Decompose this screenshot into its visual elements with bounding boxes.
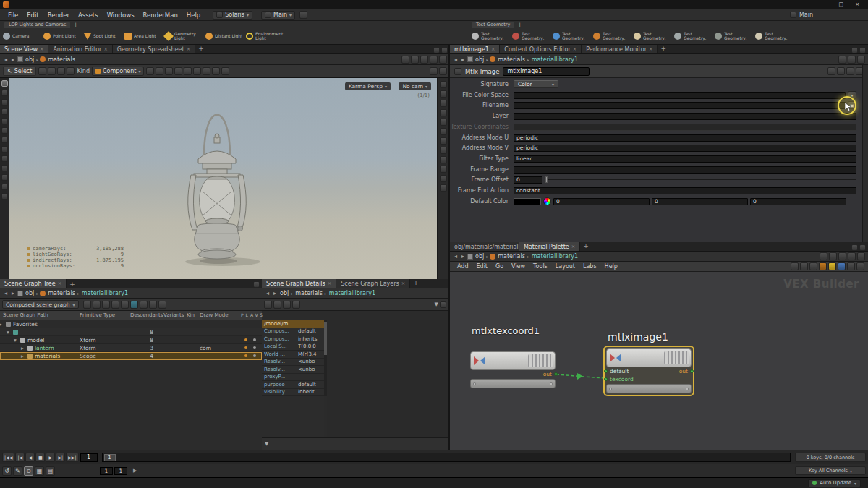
- tab-geometry-spreadsheet[interactable]: Geometry Spreadsheet×: [113, 45, 195, 53]
- flag-dot[interactable]: [244, 346, 247, 349]
- flag-dot[interactable]: [253, 354, 256, 357]
- shelf-tool-spot-light[interactable]: Spot Light: [84, 33, 123, 40]
- viewport-display-icon[interactable]: [440, 156, 447, 163]
- param-field[interactable]: [514, 113, 856, 120]
- select-tool-button[interactable]: ↖ Select: [3, 67, 36, 76]
- output-port[interactable]: [554, 372, 558, 376]
- filter-funnel-icon[interactable]: ▼: [435, 301, 438, 307]
- breadcrumb-materiallibrary1[interactable]: materiallibrary1: [328, 290, 376, 296]
- close-icon[interactable]: ×: [571, 244, 575, 249]
- toolbar-icon[interactable]: [203, 67, 210, 75]
- detail-row-purpose[interactable]: purposedefault: [262, 381, 324, 389]
- keys-info-button[interactable]: 0 keys, 0/0 channels: [795, 453, 866, 462]
- menu-assets[interactable]: Assets: [75, 11, 102, 20]
- detail-row-resolv[interactable]: Resolv...<unbo: [262, 366, 324, 374]
- breadcrumb-materials[interactable]: materials: [294, 290, 323, 296]
- toolbar-icon[interactable]: [146, 67, 154, 75]
- pathbar-icon[interactable]: [411, 56, 419, 64]
- transport-button-6[interactable]: ▶▶|: [66, 453, 78, 462]
- nav-back-icon[interactable]: ◂: [3, 56, 9, 63]
- flag-dot[interactable]: [244, 338, 247, 341]
- toolbar-settings-icon[interactable]: [430, 67, 438, 75]
- breadcrumb-materials[interactable]: materials: [47, 56, 76, 63]
- network-menu-go[interactable]: Go: [492, 263, 507, 270]
- close-icon[interactable]: ×: [58, 281, 61, 286]
- network-toolbar-icon[interactable]: [819, 262, 827, 270]
- shelf-tool-test-geometry-s[interactable]: Test Geometry: S...: [674, 32, 713, 41]
- viewport-display-icon[interactable]: [440, 109, 447, 116]
- tab-scene-graph-details[interactable]: Scene Graph Details×: [262, 279, 336, 288]
- network-toolbar-icon[interactable]: [800, 262, 808, 270]
- toolbar-icon[interactable]: [48, 67, 56, 75]
- breadcrumb-materials[interactable]: materials: [497, 56, 526, 63]
- viewport-tool-icon[interactable]: [1, 174, 8, 181]
- viewport-display-icon[interactable]: [440, 184, 447, 192]
- detail-row-world[interactable]: World ...M(r(3,4: [262, 351, 324, 359]
- tree-toolbar-icon[interactable]: [102, 301, 110, 309]
- viewport-display-icon[interactable]: [440, 147, 447, 154]
- param-field[interactable]: [514, 92, 846, 99]
- shelf-tool-distant-light[interactable]: Distant Light: [205, 33, 244, 40]
- close-icon[interactable]: ×: [649, 46, 652, 52]
- slider-handle[interactable]: [545, 176, 548, 183]
- viewport-display-icon[interactable]: [440, 128, 447, 135]
- tab-content-options-editor[interactable]: Content Options Editor×: [500, 45, 582, 53]
- graph-mode-dropdown[interactable]: Composed scene graph ▾: [2, 300, 79, 309]
- pathbar-icon[interactable]: [829, 252, 837, 260]
- maximize-button[interactable]: □: [839, 0, 844, 9]
- viewport-display-icon[interactable]: [440, 175, 447, 182]
- pathbar-icon[interactable]: [838, 252, 846, 260]
- transport-button-1[interactable]: |◀: [15, 453, 25, 462]
- viewport-display-icon[interactable]: [440, 137, 447, 145]
- tree-row-materials[interactable]: ▸materialsScope4: [0, 352, 262, 360]
- node-body[interactable]: [606, 348, 692, 367]
- details-toolbar-icon[interactable]: [283, 301, 291, 309]
- input-port[interactable]: [604, 369, 608, 373]
- shelf-tab-test-geometry[interactable]: Test Geometry: [472, 22, 514, 28]
- menubar-extra-icon[interactable]: [299, 11, 307, 19]
- camera-badge[interactable]: No cam ▾: [399, 82, 431, 90]
- node-footer[interactable]: [470, 379, 556, 388]
- nav-forward-icon[interactable]: ▸: [10, 56, 16, 63]
- param-scroll-strip[interactable]: [862, 65, 868, 242]
- minimize-button[interactable]: ─: [824, 0, 827, 9]
- color-swatch[interactable]: [514, 198, 541, 205]
- menu-help[interactable]: Help: [183, 11, 204, 20]
- shelf-tool-area-light[interactable]: Area Light: [124, 33, 163, 40]
- breadcrumb-materiallibrary1[interactable]: materiallibrary1: [531, 56, 579, 63]
- param-field[interactable]: [514, 102, 846, 109]
- range-end-field[interactable]: 1: [114, 467, 127, 475]
- tab-material-palette[interactable]: Material Palette×: [519, 242, 580, 251]
- viewport-tool-icon[interactable]: [1, 137, 8, 143]
- details-toolbar-icon[interactable]: [264, 301, 272, 309]
- toolbar-icon[interactable]: [221, 67, 229, 75]
- toolbar-icon[interactable]: [174, 67, 182, 75]
- tab-obj-materials-materiallibrary1[interactable]: obj/materials/materiallibrary1×: [450, 242, 519, 251]
- menu-edit[interactable]: Edit: [23, 11, 42, 20]
- breadcrumb-obj[interactable]: obj: [475, 253, 485, 260]
- flag-dot[interactable]: [253, 338, 256, 341]
- viewport-display-icon[interactable]: [440, 166, 447, 173]
- expander-icon[interactable]: ▾: [14, 337, 17, 343]
- viewport-display-icon[interactable]: [440, 100, 447, 107]
- scene-selector[interactable]: Main ▾: [261, 11, 295, 20]
- viewport-tool-icon[interactable]: [1, 127, 8, 134]
- pathbar-icon[interactable]: [838, 56, 846, 64]
- menu-windows[interactable]: Windows: [103, 11, 138, 20]
- param-header-icon[interactable]: [837, 67, 845, 75]
- close-icon[interactable]: ×: [573, 46, 576, 52]
- shelf-tool-test-geometry-t[interactable]: Test Geometry: T...: [553, 32, 592, 41]
- viewport-display-icon[interactable]: [440, 119, 447, 126]
- pathbar-icon[interactable]: [420, 56, 428, 64]
- tree-toolbar-icon[interactable]: [140, 301, 148, 309]
- param-field[interactable]: 0: [514, 176, 542, 184]
- new-tab-button[interactable]: +: [580, 242, 592, 251]
- playbar-option-icon-3[interactable]: ▦: [35, 466, 44, 476]
- detail-row-compos[interactable]: Compos...inherits: [262, 335, 324, 343]
- playbar-option-icon-4[interactable]: ▤: [46, 466, 55, 476]
- playhead-marker[interactable]: 1: [104, 454, 116, 461]
- network-toolbar-icon[interactable]: [847, 262, 855, 270]
- detail-row-local-s[interactable]: Local S...T(0,0,0: [262, 343, 324, 351]
- tab-scene-graph-tree[interactable]: Scene Graph Tree ×: [0, 279, 67, 288]
- breadcrumb-obj[interactable]: obj: [279, 290, 289, 296]
